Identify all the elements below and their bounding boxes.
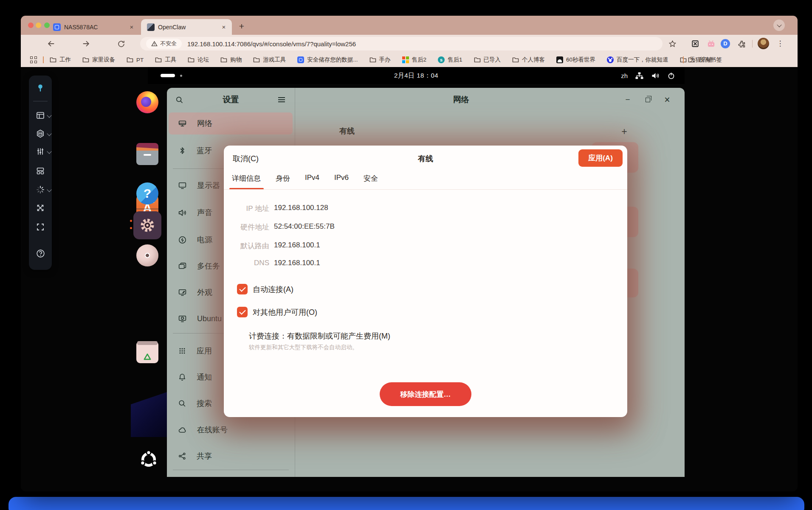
security-label: 不安全 xyxy=(160,40,177,48)
wired-network-icon[interactable] xyxy=(635,72,644,80)
clock-menu[interactable]: 2月4日 18：04 xyxy=(148,67,685,84)
detail-row: DNS 192.168.100.1 xyxy=(233,259,320,267)
bookmark-item[interactable]: 百度一下，你就知道 xyxy=(607,56,668,64)
restore-button[interactable] xyxy=(641,93,654,106)
bookmark-item[interactable]: 论坛 xyxy=(188,56,209,64)
openclaw-favicon-icon xyxy=(147,23,155,31)
bookmark-item[interactable]: 手办 xyxy=(369,56,391,64)
dock-trash-icon[interactable] xyxy=(136,341,158,363)
fullscreen-button[interactable] xyxy=(33,220,48,234)
bookmark-item[interactable]: 60秒看世界 xyxy=(556,56,595,64)
layout-grid-button[interactable] xyxy=(33,164,48,178)
folder-icon xyxy=(127,57,133,63)
reload-button[interactable] xyxy=(115,37,127,50)
folder-icon xyxy=(512,57,519,63)
add-wired-connection-button[interactable]: + xyxy=(618,125,631,138)
tab-security[interactable]: 安全 xyxy=(363,172,379,185)
folder-icon xyxy=(155,57,162,63)
settings-menu-button[interactable] xyxy=(275,93,288,106)
auto-connect-row: 自动连接(A) xyxy=(237,284,293,294)
apps-grid-icon xyxy=(178,347,186,355)
auto-connect-checkbox[interactable] xyxy=(237,284,248,294)
minimize-button[interactable]: − xyxy=(621,93,634,106)
dock-settings-icon[interactable] xyxy=(133,211,161,239)
display-layout-button[interactable] xyxy=(33,108,48,123)
detail-row: 硬件地址 52:54:00:EE:55:7B xyxy=(233,222,335,232)
appearance-icon xyxy=(178,288,187,297)
back-arrow-icon xyxy=(47,39,55,48)
browser-tab-openclaw[interactable]: OpenClaw × xyxy=(141,19,232,35)
wired-section-title: 有线 xyxy=(339,126,355,136)
tab-ipv6[interactable]: IPv6 xyxy=(333,172,350,185)
tab-close-icon[interactable]: × xyxy=(128,23,135,31)
browser-menu-button[interactable]: ⋮ xyxy=(775,38,785,50)
tabs-separator xyxy=(224,189,627,190)
tab-close-icon[interactable]: × xyxy=(220,23,228,31)
pin-toolbar-button[interactable] xyxy=(33,81,48,95)
security-chip[interactable]: 不安全 xyxy=(146,39,182,49)
dock-media-icon[interactable] xyxy=(136,244,158,266)
tab-identity[interactable]: 身份 xyxy=(275,172,291,185)
new-tab-button[interactable]: + xyxy=(235,20,248,33)
bookmark-item[interactable]: PT xyxy=(127,57,144,63)
refresh-quality-button[interactable] xyxy=(33,182,48,197)
sharepoint-icon: s xyxy=(438,56,445,63)
close-button[interactable]: × xyxy=(661,93,674,106)
bookmark-item[interactable]: 个人博客 xyxy=(512,56,545,64)
macos-close-button[interactable] xyxy=(28,22,34,28)
tab-ipv4[interactable]: IPv4 xyxy=(304,172,320,185)
bookmark-item[interactable]: 游戏工具 xyxy=(253,56,286,64)
tab-search-button[interactable] xyxy=(773,20,785,31)
macos-minimize-button[interactable] xyxy=(36,22,41,28)
resize-button[interactable] xyxy=(33,201,48,215)
dock-help-icon[interactable]: ? xyxy=(136,182,158,205)
machine-button[interactable] xyxy=(33,126,48,141)
apps-grid-button[interactable] xyxy=(30,56,37,63)
extensions-menu-button[interactable] xyxy=(736,38,747,50)
all-bookmarks[interactable]: 所有书签 xyxy=(683,53,722,67)
forward-button[interactable] xyxy=(80,37,93,50)
dock-files-icon[interactable] xyxy=(136,143,158,165)
ubuntu-desktop-icon xyxy=(178,314,187,323)
bookmark-item[interactable]: s售后1 xyxy=(438,56,462,64)
tab-details[interactable]: 详细信息 xyxy=(231,172,262,185)
extension-capture-button[interactable] xyxy=(689,38,701,50)
bluetooth-icon xyxy=(178,146,186,155)
back-button[interactable] xyxy=(45,37,57,50)
browser-tab-nas[interactable]: NAS5878AC × xyxy=(47,19,140,35)
machine-3d-icon xyxy=(36,129,45,138)
extension-d-button[interactable]: D xyxy=(719,38,731,50)
input-language-indicator[interactable]: zh xyxy=(621,72,628,79)
apply-button[interactable]: 应用(A) xyxy=(578,149,623,167)
bookmark-item[interactable]: 安全储存您的数据... xyxy=(297,56,358,64)
remove-connection-button[interactable]: 移除连接配置… xyxy=(380,382,471,406)
sidebar-item-online-accounts[interactable]: 在线账号 xyxy=(169,419,293,441)
input-settings-button[interactable] xyxy=(33,144,48,159)
detail-row: 默认路由 192.168.100.1 xyxy=(233,241,320,251)
bookmark-item[interactable]: 售后2 xyxy=(402,56,427,64)
bilibili-tv-icon xyxy=(707,40,715,48)
resize-arrows-icon xyxy=(36,203,45,213)
other-users-checkbox[interactable] xyxy=(237,307,248,317)
search-icon xyxy=(178,399,186,408)
puzzle-icon xyxy=(738,40,746,48)
bookmark-star-button[interactable] xyxy=(666,38,678,50)
volume-icon[interactable] xyxy=(651,72,660,80)
profile-avatar[interactable] xyxy=(758,38,769,49)
toolbar-divider xyxy=(33,101,48,101)
dock-firefox-icon[interactable] xyxy=(136,91,158,113)
bookmark-item[interactable]: 已导入 xyxy=(474,56,501,64)
power-icon[interactable] xyxy=(667,72,675,80)
background-blue-window[interactable] xyxy=(8,497,804,510)
bookmark-item[interactable]: 工作 xyxy=(50,56,71,64)
bookmark-item[interactable]: 工具 xyxy=(155,56,176,64)
help-button[interactable] xyxy=(33,246,48,261)
bookmark-item[interactable]: 家里设备 xyxy=(82,56,115,64)
bookmark-item[interactable]: 购物 xyxy=(220,56,242,64)
extension-bilibili-button[interactable] xyxy=(705,38,717,50)
address-bar[interactable]: 不安全 192.168.100.114:7086/qvs/#/console/v… xyxy=(140,37,663,50)
screen: NAS5878AC × OpenClaw × + xyxy=(0,0,812,510)
dock-separator xyxy=(136,209,158,209)
sidebar-item-network[interactable]: 网络 xyxy=(169,112,293,135)
sidebar-item-sharing[interactable]: 共享 xyxy=(169,445,293,467)
